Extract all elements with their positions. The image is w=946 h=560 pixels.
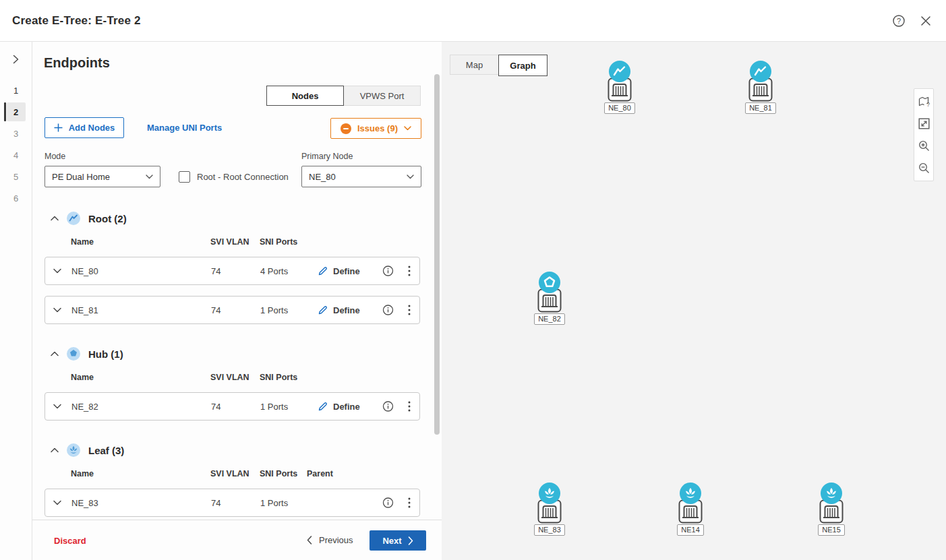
step-1[interactable]: 1 xyxy=(7,81,26,100)
kebab-menu-icon[interactable] xyxy=(408,266,411,276)
column-sni-ports: SNI Ports xyxy=(260,373,297,382)
manage-uni-ports-link[interactable]: Manage UNI Ports xyxy=(147,123,222,133)
column-name: Name xyxy=(71,469,94,478)
mode-label: Mode xyxy=(45,152,65,161)
map-question-icon[interactable]: ? xyxy=(914,90,934,113)
kebab-menu-icon[interactable] xyxy=(408,401,411,412)
zoom-out-icon[interactable] xyxy=(914,157,934,179)
pencil-icon xyxy=(318,401,328,412)
next-button[interactable]: Next xyxy=(369,530,426,551)
graph-node-ne15[interactable]: NE15 xyxy=(815,483,848,536)
step-rail: 1 2 3 4 5 6 xyxy=(0,42,32,560)
expand-row-chevron-icon[interactable] xyxy=(53,404,61,409)
chevron-down-icon xyxy=(146,175,153,179)
section-header-hub: Hub (1) xyxy=(51,346,123,362)
define-button[interactable]: Define xyxy=(318,266,360,276)
panel-scrollbar[interactable] xyxy=(434,74,440,435)
column-svi-vlan: SVI VLAN xyxy=(210,373,249,382)
column-parent: Parent xyxy=(307,469,333,478)
column-svi-vlan: SVI VLAN xyxy=(210,237,249,247)
column-sni-ports: SNI Ports xyxy=(260,237,297,247)
map-graph-segmented-control: Map Graph xyxy=(450,55,548,76)
column-sni-ports: SNI Ports xyxy=(260,469,297,478)
step-4[interactable]: 4 xyxy=(7,146,26,164)
issues-button[interactable]: Issues (9) xyxy=(330,118,421,139)
collapse-chevron-icon[interactable] xyxy=(51,216,59,221)
graph-node-ne80[interactable]: NE_80 xyxy=(603,61,636,114)
table-row-ne82[interactable]: NE_82 74 1 Ports Define xyxy=(45,392,420,421)
zoom-in-icon[interactable] xyxy=(914,135,934,157)
leaf-table-header: Name SVI VLAN SNI Ports Parent xyxy=(45,469,420,480)
collapse-chevron-icon[interactable] xyxy=(51,351,59,356)
kebab-menu-icon[interactable] xyxy=(408,305,411,315)
expand-row-chevron-icon[interactable] xyxy=(53,307,61,313)
table-row-ne81[interactable]: NE_81 74 1 Ports Define xyxy=(45,296,420,324)
tab-vpws-port[interactable]: VPWS Port xyxy=(343,86,421,106)
section-title-leaf: Leaf (3) xyxy=(88,445,124,456)
tab-graph[interactable]: Graph xyxy=(498,55,548,76)
root-root-connection-checkbox[interactable] xyxy=(179,171,190,183)
mode-value: PE Dual Home xyxy=(52,172,110,182)
define-label: Define xyxy=(333,402,360,412)
help-icon[interactable]: ? xyxy=(891,13,907,29)
define-button[interactable]: Define xyxy=(318,305,360,315)
issue-minus-icon xyxy=(341,123,351,134)
kebab-menu-icon[interactable] xyxy=(408,497,411,508)
collapse-chevron-icon[interactable] xyxy=(51,447,59,453)
graph-node-ne81[interactable]: NE_81 xyxy=(744,61,777,114)
row-svi-vlan: 74 xyxy=(211,498,220,508)
canvas-toolbar: ? xyxy=(914,88,934,181)
fit-screen-icon[interactable] xyxy=(914,113,934,135)
close-icon[interactable] xyxy=(918,13,934,29)
graph-node-ne82[interactable]: NE_82 xyxy=(533,272,566,325)
endpoints-heading: Endpoints xyxy=(44,55,110,71)
previous-button[interactable]: Previous xyxy=(307,520,353,560)
root-root-connection-label: Root - Root Connection xyxy=(197,172,289,182)
tab-nodes[interactable]: Nodes xyxy=(266,86,344,106)
expand-row-chevron-icon[interactable] xyxy=(53,268,61,274)
svg-text:?: ? xyxy=(897,17,901,25)
info-icon[interactable] xyxy=(382,401,394,412)
tab-map[interactable]: Map xyxy=(450,55,499,75)
page-title: Create E-Tree: E-Tree 2 xyxy=(12,14,141,28)
expand-panel-chevron-icon[interactable] xyxy=(7,50,26,69)
leaf-role-icon xyxy=(821,483,842,504)
graph-node-ne83[interactable]: NE_83 xyxy=(533,483,566,536)
expand-row-chevron-icon[interactable] xyxy=(53,500,61,505)
issues-label: Issues (9) xyxy=(357,123,398,133)
primary-node-label: Primary Node xyxy=(301,152,353,161)
dialog-header: Create E-Tree: E-Tree 2 ? xyxy=(0,0,946,42)
row-sni-ports: 1 Ports xyxy=(260,402,288,412)
svg-text:?: ? xyxy=(926,101,930,108)
topology-canvas[interactable]: Map Graph ? NE_80 NE xyxy=(442,42,946,560)
leaf-role-icon xyxy=(539,483,560,504)
row-name: NE_82 xyxy=(71,402,98,412)
discard-button[interactable]: Discard xyxy=(54,535,86,545)
primary-node-select[interactable]: NE_80 xyxy=(301,166,421,187)
define-label: Define xyxy=(333,266,360,276)
root-icon xyxy=(66,211,81,226)
root-role-icon xyxy=(750,61,771,82)
section-header-root: Root (2) xyxy=(51,210,127,226)
info-icon[interactable] xyxy=(382,497,394,509)
pencil-icon xyxy=(318,266,328,276)
step-3[interactable]: 3 xyxy=(7,124,26,143)
column-name: Name xyxy=(71,237,94,247)
table-row-ne83[interactable]: NE_83 74 1 Ports xyxy=(45,489,420,517)
step-5[interactable]: 5 xyxy=(7,167,26,186)
graph-node-label: NE14 xyxy=(677,524,704,536)
add-nodes-button[interactable]: Add Nodes xyxy=(45,117,124,138)
mode-select[interactable]: PE Dual Home xyxy=(45,166,160,187)
table-row-ne80[interactable]: NE_80 74 4 Ports Define xyxy=(45,257,420,285)
step-6[interactable]: 6 xyxy=(7,189,26,208)
graph-node-ne14[interactable]: NE14 xyxy=(674,483,707,536)
column-name: Name xyxy=(71,373,94,382)
info-icon[interactable] xyxy=(382,305,394,316)
define-button[interactable]: Define xyxy=(318,401,360,412)
hub-icon xyxy=(66,346,81,361)
row-svi-vlan: 74 xyxy=(211,305,220,315)
info-icon[interactable] xyxy=(382,266,394,277)
column-svi-vlan: SVI VLAN xyxy=(210,469,249,478)
graph-node-label: NE15 xyxy=(818,524,845,536)
step-2-active[interactable]: 2 xyxy=(7,102,26,121)
